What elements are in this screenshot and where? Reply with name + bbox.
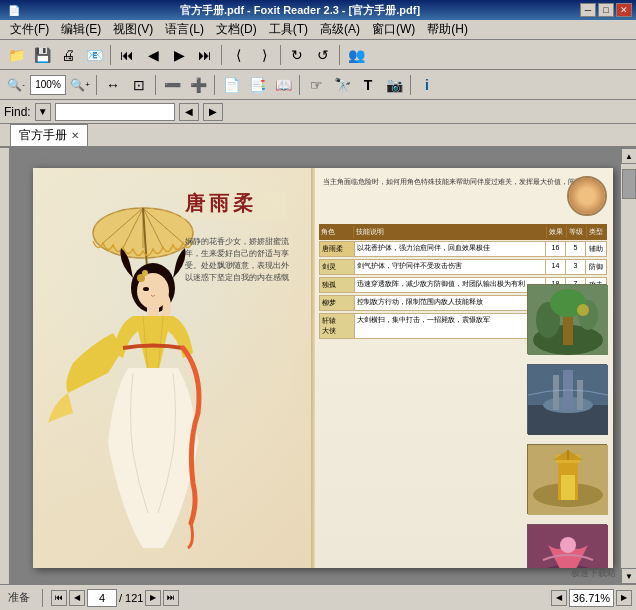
table-row-2: 剑灵 剑气护体，守护同伴不受攻击伤害 14 3 防御 (319, 259, 607, 275)
pdf-page-left: 唐雨柔 娴静的花香少女，娇娇甜蜜流年，生来爱好自己的舒适与享受。处处飘渺随意，表… (33, 168, 311, 568)
menu-advanced[interactable]: 高级(A) (314, 19, 366, 40)
text-tool-button[interactable]: T (356, 73, 380, 97)
first-page-button[interactable]: ⏮ (115, 43, 139, 67)
window-controls: ─ □ ✕ (580, 3, 632, 17)
find-bar: Find: ▼ ◀ ▶ (0, 100, 636, 124)
zoom-controls: ◀ ▶ (551, 589, 632, 607)
pdf-document: 唐雨柔 娴静的花香少女，娇娇甜蜜流年，生来爱好自己的舒适与享受。处处飘渺随意，表… (33, 168, 613, 568)
continuous-button[interactable]: 📑 (245, 73, 269, 97)
status-zoom-in-button[interactable]: ▶ (616, 590, 632, 606)
svg-rect-34 (561, 475, 575, 500)
pdf-viewport[interactable]: 唐雨柔 娴静的花香少女，娇娇甜蜜流年，生来爱好自己的舒适与享受。处处飘渺随意，表… (10, 148, 636, 584)
scene-thumbnail-3 (527, 444, 607, 514)
row2-v1: 14 (546, 260, 566, 274)
snapshot-button[interactable]: 📷 (382, 73, 406, 97)
table-header-row: 角色 技能说明 效果 等级 类型 (319, 224, 607, 240)
left-panel (0, 148, 10, 584)
menu-document[interactable]: 文档(D) (210, 19, 263, 40)
svg-rect-29 (577, 380, 583, 410)
status-prev-page-button[interactable]: ◀ (69, 590, 85, 606)
find-options-button[interactable]: ▼ (35, 103, 51, 121)
next-page-button[interactable]: ▶ (167, 43, 191, 67)
zoom-input[interactable] (569, 589, 614, 607)
scroll-up-button[interactable]: ▲ (621, 148, 636, 164)
row5-desc: 大剑横扫，集中打击，一招毙敌，震慑敌军 (355, 314, 546, 338)
tab-main-document[interactable]: 官方手册 ✕ (10, 124, 88, 146)
start-meeting-button[interactable]: 👥 (344, 43, 368, 67)
prev-page-button[interactable]: ◀ (141, 43, 165, 67)
zoom-out2-button[interactable]: ➖ (160, 73, 184, 97)
col-header-skill: 技能说明 (354, 226, 547, 238)
status-bar: 准备 ⏮ ◀ / 121 ▶ ⏭ ◀ ▶ (0, 584, 636, 610)
scroll-thumb[interactable] (622, 169, 636, 199)
fit-width-button[interactable]: ↔ (101, 73, 125, 97)
character-description: 娴静的花香少女，娇娇甜蜜流年，生来爱好自己的舒适与享受。处处飘渺随意，表现出外以… (185, 236, 300, 284)
title-text: 官方手册.pdf - Foxit Reader 2.3 - [官方手册.pdf] (20, 3, 580, 18)
find-input[interactable] (55, 103, 175, 121)
col-header-name: 角色 (319, 226, 354, 238)
svg-point-38 (560, 537, 576, 553)
maximize-button[interactable]: □ (598, 3, 614, 17)
menu-view[interactable]: 视图(V) (107, 19, 159, 40)
select-tool-button[interactable]: 🔭 (330, 73, 354, 97)
status-last-page-button[interactable]: ⏭ (163, 590, 179, 606)
toolbar-1: 📁 💾 🖨 📧 ⏮ ◀ ▶ ⏭ ⟨ ⟩ ↻ ↺ 👥 (0, 40, 636, 70)
find-label: Find: (4, 105, 31, 119)
separator-2 (221, 45, 222, 65)
email-button[interactable]: 📧 (82, 43, 106, 67)
table-row: 唐雨柔 以花香护体，强力治愈同伴，回血效果极佳 16 5 辅助 (319, 241, 607, 257)
zoom-in2-button[interactable]: ➕ (186, 73, 210, 97)
row-skill-desc: 以花香护体，强力治愈同伴，回血效果极佳 (355, 242, 546, 256)
tab-close-button[interactable]: ✕ (71, 130, 79, 141)
rotate-ccw-button[interactable]: ↺ (311, 43, 335, 67)
last-page-button[interactable]: ⏭ (193, 43, 217, 67)
menu-edit[interactable]: 编辑(E) (55, 19, 107, 40)
zoom-out-button[interactable]: 🔍- (4, 73, 28, 97)
print-button[interactable]: 🖨 (56, 43, 80, 67)
single-page-button[interactable]: 📄 (219, 73, 243, 97)
scroll-down-button[interactable]: ▼ (621, 568, 636, 584)
character-illustration (33, 173, 293, 553)
right-page-table: 角色 技能说明 效果 等级 类型 唐雨柔 以花香护体，强力治愈同伴，回血效果极佳… (319, 224, 607, 558)
vertical-scrollbar[interactable]: ▲ ▼ (620, 148, 636, 584)
close-button[interactable]: ✕ (616, 3, 632, 17)
facing-button[interactable]: 📖 (271, 73, 295, 97)
find-prev-button[interactable]: ◀ (179, 103, 199, 121)
menu-language[interactable]: 语言(L) (159, 19, 210, 40)
title-bar: 📄 官方手册.pdf - Foxit Reader 2.3 - [官方手册.pd… (0, 0, 636, 20)
app-window: 📄 官方手册.pdf - Foxit Reader 2.3 - [官方手册.pd… (0, 0, 636, 610)
separator-9 (410, 75, 411, 95)
svg-rect-27 (553, 375, 559, 410)
separator-6 (155, 75, 156, 95)
rotate-cw-button[interactable]: ↻ (285, 43, 309, 67)
scene-thumbnail-4 (527, 524, 607, 568)
app-icon: 📄 (4, 5, 20, 16)
pdf-page-right: 当主角面临危险时，如何用角色特殊技能来帮助同伴度过难关，发挥最大价值，闯荡逆境 … (315, 168, 613, 568)
menu-file[interactable]: 文件(F) (4, 19, 55, 40)
menu-window[interactable]: 窗口(W) (366, 19, 421, 40)
status-first-page-button[interactable]: ⏮ (51, 590, 67, 606)
separator-3 (280, 45, 281, 65)
row4-name: 柳梦 (320, 296, 355, 310)
separator-4 (339, 45, 340, 65)
toolbar-2: 🔍- 100% 🔍+ ↔ ⊡ ➖ ➕ 📄 📑 📖 ☞ 🔭 T 📷 i (0, 70, 636, 100)
find-next-button[interactable]: ▶ (203, 103, 223, 121)
info-button[interactable]: i (415, 73, 439, 97)
next-view-button[interactable]: ⟩ (252, 43, 276, 67)
menu-tools[interactable]: 工具(T) (263, 19, 314, 40)
save-button[interactable]: 💾 (30, 43, 54, 67)
status-next-page-button[interactable]: ▶ (145, 590, 161, 606)
row3-name: 独孤 (320, 278, 355, 292)
tab-bar: 官方手册 ✕ (0, 124, 636, 148)
menu-help[interactable]: 帮助(H) (421, 19, 474, 40)
fit-page-button[interactable]: ⊡ (127, 73, 151, 97)
prev-view-button[interactable]: ⟨ (226, 43, 250, 67)
col-header-val2: 等级 (567, 226, 587, 238)
hand-tool-button[interactable]: ☞ (304, 73, 328, 97)
zoom-in-button[interactable]: 🔍+ (68, 73, 92, 97)
open-button[interactable]: 📁 (4, 43, 28, 67)
minimize-button[interactable]: ─ (580, 3, 596, 17)
col-header-val3: 类型 (587, 226, 607, 238)
status-zoom-out-button[interactable]: ◀ (551, 590, 567, 606)
page-number-input[interactable] (87, 589, 117, 607)
